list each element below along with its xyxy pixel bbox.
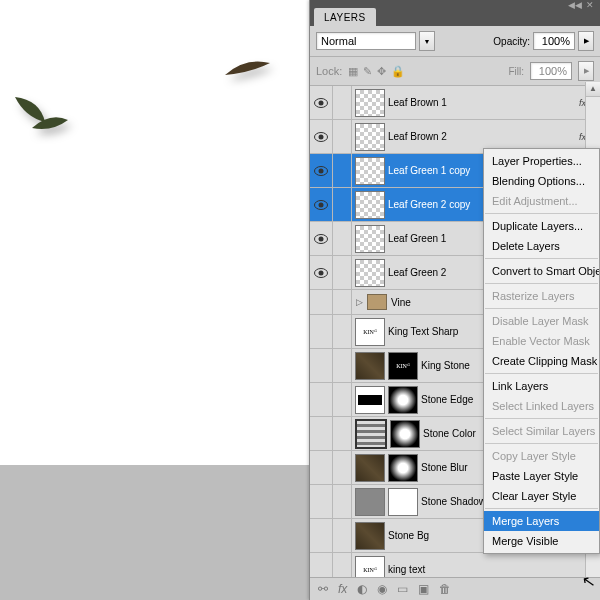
layer-thumbnail[interactable] — [355, 352, 385, 380]
blend-mode-select[interactable]: Normal — [316, 32, 416, 50]
visibility-toggle[interactable] — [310, 417, 333, 450]
opacity-input[interactable]: 100% — [533, 32, 575, 50]
lock-column[interactable] — [333, 451, 352, 484]
fx-icon[interactable]: fx — [338, 582, 347, 596]
visibility-toggle[interactable] — [310, 519, 333, 552]
lock-icons: ▦ ✎ ✥ 🔒 — [348, 65, 405, 78]
layer-thumbnail[interactable] — [355, 386, 385, 414]
menu-item[interactable]: Clear Layer Style — [484, 486, 599, 506]
layer-mask[interactable]: KINᴳ — [388, 352, 418, 380]
menu-item[interactable]: Layer Properties... — [484, 151, 599, 171]
lock-column[interactable] — [333, 256, 352, 289]
visibility-icon[interactable] — [314, 268, 328, 278]
lock-column[interactable] — [333, 349, 352, 382]
svg-point-1 — [319, 100, 324, 105]
menu-separator — [485, 418, 598, 419]
lock-column[interactable] — [333, 485, 352, 518]
visibility-toggle[interactable] — [310, 154, 333, 187]
lock-column[interactable] — [333, 86, 352, 119]
layer-thumbnail[interactable]: KINᴳ — [355, 318, 385, 346]
new-layer-icon[interactable]: ▣ — [418, 582, 429, 596]
visibility-icon[interactable] — [314, 166, 328, 176]
lock-all-icon[interactable]: 🔒 — [391, 65, 405, 78]
layer-thumbnail[interactable] — [355, 225, 385, 253]
layer-thumbnail[interactable] — [355, 488, 385, 516]
lock-column[interactable] — [333, 120, 352, 153]
layer-thumbnail[interactable] — [355, 522, 385, 550]
lock-pixels-icon[interactable]: ✎ — [363, 65, 372, 78]
menu-separator — [485, 308, 598, 309]
layer-thumbnail[interactable] — [355, 259, 385, 287]
visibility-toggle[interactable] — [310, 485, 333, 518]
lock-column[interactable] — [333, 383, 352, 416]
menu-separator — [485, 283, 598, 284]
mask-icon[interactable]: ◐ — [357, 582, 367, 596]
visibility-toggle[interactable] — [310, 86, 333, 119]
tab-layers[interactable]: LAYERS — [314, 8, 376, 26]
lock-column[interactable] — [333, 188, 352, 221]
layer-mask[interactable] — [388, 488, 418, 516]
layer-mask[interactable] — [390, 420, 420, 448]
layer-thumbnail[interactable] — [355, 157, 385, 185]
fill-input[interactable]: 100% — [530, 62, 572, 80]
visibility-toggle[interactable] — [310, 349, 333, 382]
visibility-toggle[interactable] — [310, 451, 333, 484]
visibility-toggle[interactable] — [310, 188, 333, 221]
adjustment-icon[interactable]: ◉ — [377, 582, 387, 596]
lock-column[interactable] — [333, 286, 352, 319]
trash-icon[interactable]: 🗑 — [439, 582, 451, 596]
menu-item: Copy Layer Style — [484, 446, 599, 466]
lock-column[interactable] — [333, 154, 352, 187]
fill-arrow-icon[interactable]: ▶ — [578, 61, 594, 81]
menu-item[interactable]: Duplicate Layers... — [484, 216, 599, 236]
menu-item[interactable]: Blending Options... — [484, 171, 599, 191]
visibility-icon[interactable] — [314, 132, 328, 142]
folder-icon — [367, 294, 387, 310]
scroll-up-icon[interactable]: ▲ — [586, 82, 600, 97]
menu-item[interactable]: Merge Visible — [484, 531, 599, 551]
disclosure-icon[interactable]: ▷ — [356, 297, 363, 307]
lock-column[interactable] — [333, 315, 352, 348]
visibility-toggle[interactable] — [310, 120, 333, 153]
context-menu[interactable]: Layer Properties...Blending Options...Ed… — [483, 148, 600, 554]
lock-column[interactable] — [333, 417, 352, 450]
visibility-toggle[interactable] — [310, 256, 333, 289]
visibility-icon[interactable] — [314, 200, 328, 210]
menu-item[interactable]: Create Clipping Mask — [484, 351, 599, 371]
menu-item: Rasterize Layers — [484, 286, 599, 306]
svg-point-11 — [319, 270, 324, 275]
visibility-toggle[interactable] — [310, 286, 333, 319]
folder-icon[interactable]: ▭ — [397, 582, 408, 596]
layer-name[interactable]: Leaf Brown 1 — [388, 97, 579, 108]
layer-thumbnail[interactable] — [355, 89, 385, 117]
svg-point-3 — [319, 134, 324, 139]
menu-item[interactable]: Convert to Smart Object — [484, 261, 599, 281]
layer-name[interactable]: king text — [388, 564, 588, 575]
menu-item[interactable]: Delete Layers — [484, 236, 599, 256]
visibility-toggle[interactable] — [310, 222, 333, 255]
layer-thumbnail[interactable] — [355, 454, 385, 482]
layer-thumbnail[interactable] — [355, 191, 385, 219]
layer-thumbnail[interactable] — [355, 123, 385, 151]
layer-thumbnail[interactable] — [355, 419, 387, 449]
link-icon[interactable]: ⚯ — [318, 582, 328, 596]
layer-name[interactable]: Leaf Brown 2 — [388, 131, 579, 142]
visibility-icon[interactable] — [314, 98, 328, 108]
menu-item[interactable]: Link Layers — [484, 376, 599, 396]
menu-item[interactable]: Paste Layer Style — [484, 466, 599, 486]
lock-column[interactable] — [333, 222, 352, 255]
visibility-toggle[interactable] — [310, 383, 333, 416]
layer-mask[interactable] — [388, 454, 418, 482]
layer-mask[interactable] — [388, 386, 418, 414]
collapse-icon[interactable]: ◀◀ — [568, 0, 578, 6]
layer-row[interactable]: Leaf Brown 1fx▾ — [310, 86, 600, 120]
lock-position-icon[interactable]: ✥ — [377, 65, 386, 78]
menu-item[interactable]: Merge Layers — [484, 511, 599, 531]
lock-transparent-icon[interactable]: ▦ — [348, 65, 358, 78]
opacity-arrow-icon[interactable]: ▶ — [578, 31, 594, 51]
close-icon[interactable]: ✕ — [586, 0, 596, 6]
visibility-toggle[interactable] — [310, 315, 333, 348]
lock-column[interactable] — [333, 519, 352, 552]
visibility-icon[interactable] — [314, 234, 328, 244]
blend-dropdown-icon[interactable]: ▼ — [419, 31, 435, 51]
